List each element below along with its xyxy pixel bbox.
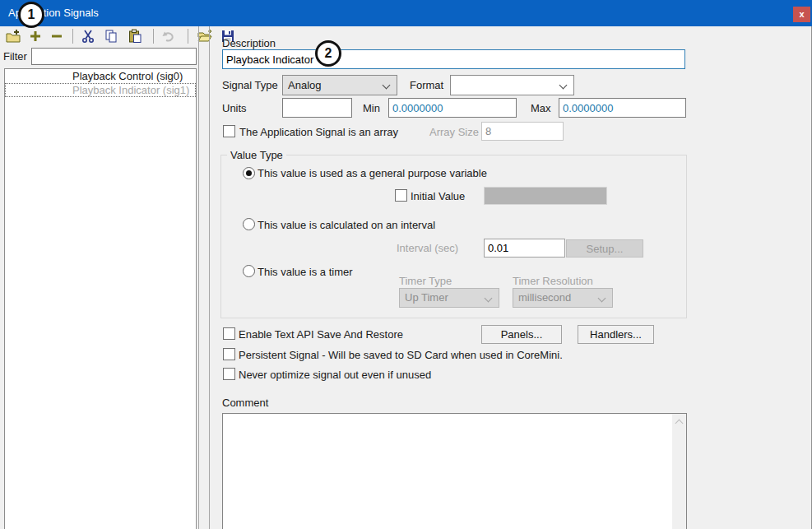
never-optimize-checkbox[interactable] — [223, 368, 235, 380]
value-type-legend: Value Type — [227, 149, 286, 161]
general-purpose-radio-label: This value is used as a general purpose … — [258, 167, 487, 179]
timer-resolution-value: millisecond — [518, 291, 571, 304]
max-label: Max — [531, 102, 551, 114]
max-input[interactable] — [559, 98, 686, 118]
description-input[interactable] — [222, 49, 685, 69]
chevron-down-icon — [485, 295, 493, 303]
units-label: Units — [222, 102, 247, 114]
signal-type-label: Signal Type — [222, 79, 278, 91]
interval-radio-label: This value is calculated on an interval — [258, 219, 435, 231]
comment-scrollbar[interactable] — [672, 414, 686, 529]
persistent-signal-checkbox[interactable] — [223, 348, 235, 360]
timer-type-combobox[interactable]: Up Timer — [399, 288, 499, 308]
application-signals-dialog: Application Signals x — [0, 0, 812, 529]
paste-button[interactable] — [126, 28, 144, 44]
cut-button[interactable] — [79, 28, 97, 44]
never-optimize-label: Never optimize signal out even if unused — [239, 369, 431, 381]
radio-dot-icon — [246, 170, 252, 176]
description-label: Description — [222, 37, 276, 49]
folder-plus-icon — [6, 29, 21, 44]
timer-radio-label: This value is a timer — [258, 266, 353, 278]
initial-value-checkbox[interactable] — [395, 189, 407, 202]
annotation-circle-2: 2 — [315, 40, 341, 67]
interval-sec-label: Interval (sec) — [397, 242, 458, 254]
comment-label: Comment — [222, 397, 268, 409]
format-combobox[interactable] — [450, 75, 574, 95]
toolbar-separator — [153, 29, 154, 44]
title-bar[interactable]: Application Signals x — [0, 0, 812, 26]
array-checkbox[interactable] — [223, 125, 235, 137]
new-signal-from-file-button[interactable] — [4, 28, 22, 44]
interval-input[interactable] — [484, 239, 565, 258]
undo-button[interactable] — [160, 28, 178, 44]
add-signal-button[interactable] — [26, 28, 44, 44]
plus-icon — [28, 29, 43, 44]
enable-text-api-label: Enable Text API Save And Restore — [239, 328, 403, 341]
close-button[interactable]: x — [793, 7, 810, 22]
timer-type-label: Timer Type — [399, 275, 452, 287]
list-item[interactable]: Playback Control (sig0) — [5, 69, 196, 83]
chevron-down-icon — [598, 295, 606, 303]
timer-type-value: Up Timer — [405, 291, 448, 304]
filter-input[interactable] — [31, 48, 197, 65]
toolbar-separator — [72, 29, 73, 44]
initial-value-label: Initial Value — [411, 190, 465, 202]
setup-button[interactable]: Setup... — [566, 239, 643, 258]
signal-type-combobox[interactable]: Analog — [282, 75, 397, 95]
interval-radio[interactable] — [243, 218, 255, 230]
minus-icon — [49, 29, 64, 44]
list-item[interactable]: Playback Indicator (sig1) — [5, 83, 196, 97]
copy-button[interactable] — [102, 28, 120, 44]
remove-signal-button[interactable] — [48, 28, 66, 44]
initial-value-input — [484, 187, 607, 205]
timer-resolution-combobox[interactable]: millisecond — [513, 288, 613, 308]
toolbar — [0, 27, 812, 46]
timer-resolution-label: Timer Resolution — [513, 275, 593, 287]
persistent-signal-label: Persistent Signal - Will be saved to SD … — [239, 349, 563, 361]
array-size-input[interactable] — [481, 122, 564, 141]
array-checkbox-label: The Application Signal is an array — [239, 126, 398, 138]
toolbar-separator — [188, 29, 188, 44]
filter-label: Filter — [3, 50, 27, 63]
enable-text-api-checkbox[interactable] — [223, 327, 235, 340]
chevron-down-icon — [383, 81, 391, 90]
clipboard-paste-icon — [128, 29, 142, 44]
open-folder-icon — [197, 29, 212, 44]
general-purpose-radio[interactable] — [243, 167, 255, 179]
units-input[interactable] — [282, 98, 352, 118]
timer-radio[interactable] — [243, 265, 255, 277]
scroll-up-icon[interactable] — [675, 420, 684, 428]
min-label: Min — [363, 102, 380, 114]
panel-splitter — [209, 26, 210, 529]
signal-list[interactable]: Playback Control (sig0) Playback Indicat… — [4, 68, 197, 529]
min-input[interactable] — [388, 98, 517, 118]
scissors-icon — [81, 29, 95, 44]
panel-splitter[interactable] — [198, 26, 199, 529]
signal-type-value: Analog — [288, 79, 321, 91]
annotation-circle-1: 1 — [18, 2, 44, 28]
format-label: Format — [410, 79, 443, 91]
undo-icon — [161, 29, 176, 44]
handlers-button[interactable]: Handlers... — [578, 325, 654, 344]
comment-textarea[interactable] — [222, 413, 687, 529]
chevron-down-icon — [559, 81, 568, 90]
panels-button[interactable]: Panels... — [481, 325, 562, 344]
copy-icon — [104, 29, 118, 44]
array-size-label: Array Size — [429, 126, 479, 138]
